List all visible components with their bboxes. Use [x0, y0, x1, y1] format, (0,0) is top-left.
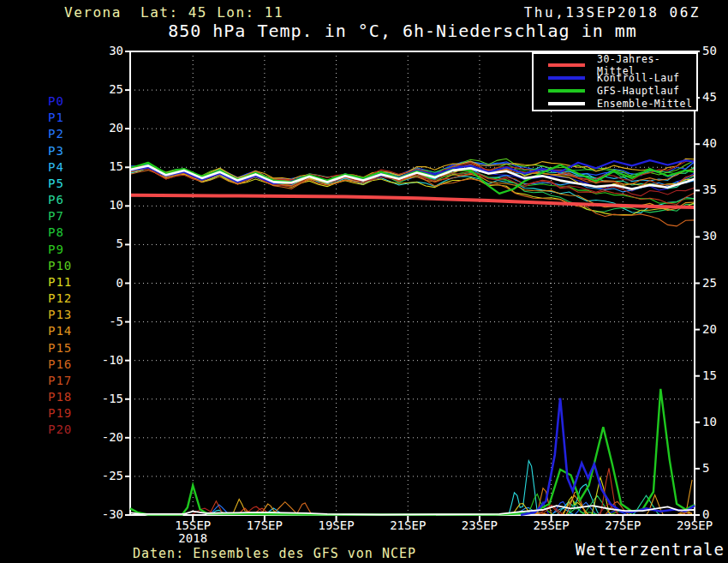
- legend-swatch: [548, 76, 585, 80]
- precip-axis-tick-label: 35: [702, 183, 728, 196]
- member-label-P10: P10: [48, 259, 86, 273]
- member-label-P16: P16: [48, 357, 86, 371]
- temp-axis-tick-label: 15: [84, 159, 123, 173]
- precip-axis-tick-label: 50: [702, 44, 728, 57]
- legend-label: Kontroll-Lauf: [597, 72, 680, 84]
- legend-item: Ensemble-Mittel: [534, 97, 696, 110]
- member-label-P20: P20: [48, 422, 86, 436]
- data-source-label: Daten: Ensembles des GFS von NCEP: [133, 546, 416, 561]
- date-axis-tick-label: 15SEP: [154, 518, 231, 532]
- member-label-P2: P2: [48, 127, 86, 141]
- date-axis-tick-label: 19SEP: [298, 518, 375, 532]
- member-label-P14: P14: [48, 324, 86, 338]
- precip-axis-tick-label: 15: [702, 368, 728, 382]
- temp-axis-tick-label: 5: [84, 237, 123, 250]
- temp-axis-tick-label: 10: [84, 198, 123, 212]
- precip-axis-tick-label: 45: [702, 90, 728, 104]
- precip-overlay: [130, 389, 695, 515]
- legend-label: GFS-Hauptlauf: [597, 85, 680, 97]
- precip-axis-tick-label: 30: [702, 229, 728, 243]
- temp-axis-tick-label: 25: [84, 82, 123, 96]
- meteogram-screen: Verona Lat: 45 Lon: 11 Thu,13SEP2018 06Z…: [0, 0, 728, 563]
- precip-axis-tick-label: 20: [702, 322, 728, 336]
- member-label-P1: P1: [48, 111, 86, 124]
- temp-axis-tick-label: -5: [84, 314, 123, 328]
- legend-item: Kontroll-Lauf: [534, 71, 696, 84]
- legend-label: Ensemble-Mittel: [597, 98, 692, 110]
- temp-axis-tick-label: -10: [84, 353, 123, 367]
- legend-swatch: [548, 102, 585, 105]
- temp-axis-tick-label: 30: [84, 44, 123, 57]
- temp-axis-tick-label: -20: [84, 430, 123, 444]
- temp-axis-tick-label: -30: [84, 507, 123, 521]
- mean-30y-line: [130, 195, 695, 207]
- member-label-P7: P7: [48, 209, 86, 223]
- member-label-P17: P17: [48, 374, 86, 387]
- temp-axis-tick-label: 0: [84, 276, 123, 290]
- member-precip-line-P5: [509, 461, 540, 516]
- member-label-P5: P5: [48, 177, 86, 190]
- date-axis-year-label: 2018: [154, 531, 231, 545]
- chart-legend: 30-Jahres-MittelKontroll-LaufGFS-Hauptla…: [532, 52, 698, 111]
- member-label-P4: P4: [48, 160, 86, 174]
- member-label-P18: P18: [48, 390, 86, 404]
- legend-item: GFS-Hauptlauf: [534, 84, 696, 97]
- plot-area: [130, 51, 695, 515]
- precip-axis-tick-label: 5: [702, 461, 728, 475]
- member-label-P19: P19: [48, 406, 86, 420]
- legend-item: 30-Jahres-Mittel: [534, 58, 696, 71]
- temp-axis-tick-label: -25: [84, 469, 123, 482]
- member-label-P6: P6: [48, 193, 86, 207]
- member-label-P9: P9: [48, 243, 86, 256]
- precip-axis-tick-label: 25: [702, 276, 728, 290]
- member-label-P3: P3: [48, 144, 86, 158]
- date-axis-tick-label: 23SEP: [441, 518, 518, 532]
- member-label-P8: P8: [48, 225, 86, 239]
- temp-axis-tick-label: 20: [84, 121, 123, 135]
- date-axis-tick-label: 29SEP: [656, 518, 728, 532]
- legend-swatch: [548, 89, 585, 93]
- date-axis-tick-label: 17SEP: [226, 518, 303, 532]
- legend-swatch: [548, 63, 585, 67]
- date-axis-tick-label: 25SEP: [513, 518, 590, 532]
- member-label-P13: P13: [48, 308, 86, 321]
- member-label-P15: P15: [48, 341, 86, 355]
- member-label-P11: P11: [48, 275, 86, 289]
- member-label-P12: P12: [48, 291, 86, 305]
- temp-axis-tick-label: -15: [84, 392, 123, 405]
- date-axis-tick-label: 27SEP: [584, 518, 661, 532]
- gfs-main-precip-line: [130, 389, 695, 515]
- precip-axis-tick-label: 10: [702, 415, 728, 428]
- brand-label: Wetterzentrale: [514, 540, 725, 559]
- precip-axis-tick-label: 40: [702, 136, 728, 150]
- member-label-P0: P0: [48, 94, 86, 108]
- date-axis-tick-label: 21SEP: [369, 518, 446, 532]
